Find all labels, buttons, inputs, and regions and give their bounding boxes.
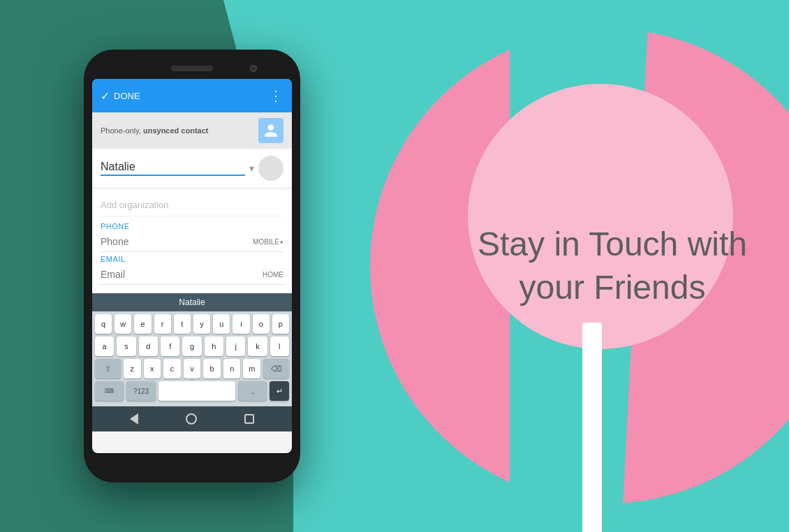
phone-row: MOBILE ▸	[101, 232, 283, 252]
sync-text: Phone-only, unsynced contact	[101, 126, 208, 135]
key-u[interactable]: u	[213, 314, 230, 334]
add-org-label: Add organization	[101, 200, 169, 210]
app-toolbar: ✓ DONE ⋮	[92, 79, 292, 112]
key-z[interactable]: z	[124, 359, 141, 378]
phone-camera	[250, 65, 257, 72]
phone-speaker	[171, 66, 213, 71]
delete-key[interactable]: ⌫	[263, 359, 289, 378]
phone-top-bar	[92, 58, 292, 79]
check-icon: ✓	[101, 89, 110, 103]
key-o[interactable]: o	[253, 314, 270, 334]
email-row: HOME	[101, 265, 283, 285]
key-g[interactable]: g	[182, 337, 201, 356]
numbers-key[interactable]: ?123	[126, 381, 155, 401]
key-s[interactable]: s	[117, 337, 135, 356]
sync-bar: Phone-only, unsynced contact	[92, 112, 292, 149]
contact-avatar-icon	[258, 118, 283, 143]
keyboard: q w e r t y u i o p a s d f g	[92, 311, 292, 406]
key-e[interactable]: e	[134, 314, 151, 334]
shift-key[interactable]: ⇧	[95, 359, 121, 378]
key-r[interactable]: r	[154, 314, 171, 334]
more-button[interactable]: ⋮	[269, 87, 283, 104]
key-a[interactable]: a	[95, 337, 114, 356]
keyboard-row-2: a s d f g h j k l	[95, 337, 289, 356]
keyboard-row-4: ⌨ ?123 ., ↵	[95, 381, 289, 401]
period-comma-key[interactable]: .,	[238, 381, 267, 401]
key-t[interactable]: t	[174, 314, 191, 334]
key-i[interactable]: i	[233, 314, 249, 334]
key-j[interactable]: j	[226, 337, 245, 356]
avatar-placeholder	[258, 156, 283, 181]
keyboard-suggestion-bar: Natalie	[92, 293, 292, 311]
phone-bottom-bar	[92, 453, 292, 474]
nav-bar	[92, 406, 292, 431]
back-button[interactable]	[130, 413, 138, 424]
phone-type-arrow: ▸	[281, 239, 283, 245]
contact-name-input[interactable]	[101, 161, 245, 176]
headline: Stay in Touch with your Friends	[478, 223, 747, 310]
email-type-label: HOME	[263, 271, 283, 279]
key-f[interactable]: f	[161, 337, 179, 356]
key-x[interactable]: x	[144, 359, 161, 378]
phone-type[interactable]: MOBILE ▸	[253, 238, 283, 246]
key-h[interactable]: h	[205, 337, 223, 356]
done-button[interactable]: ✓ DONE	[101, 89, 140, 103]
phone-section: PHONE MOBILE ▸	[101, 222, 283, 252]
space-key[interactable]	[158, 381, 235, 401]
email-label: EMAIL	[101, 255, 283, 263]
phone-type-label: MOBILE	[253, 238, 279, 246]
keyboard-row-3: ⇧ z x c v b n m ⌫	[95, 359, 289, 378]
key-n[interactable]: n	[223, 359, 241, 378]
email-input[interactable]	[101, 269, 263, 280]
key-b[interactable]: b	[203, 359, 221, 378]
form-section: Add organization PHONE MOBILE ▸ EMA	[92, 189, 292, 293]
key-y[interactable]: y	[193, 314, 210, 334]
keyboard-row-1: q w e r t y u i o p	[95, 314, 289, 334]
key-q[interactable]: q	[95, 314, 112, 334]
key-k[interactable]: k	[248, 337, 267, 356]
key-p[interactable]: p	[272, 314, 289, 334]
email-type[interactable]: HOME	[263, 271, 283, 279]
keyboard-icon-key[interactable]: ⌨	[95, 381, 124, 401]
phone-input[interactable]	[101, 236, 253, 247]
bg-white-stick	[582, 323, 602, 532]
key-w[interactable]: w	[115, 314, 131, 334]
key-m[interactable]: m	[243, 359, 260, 378]
right-section: Stay in Touch with your Friends	[478, 223, 747, 310]
phone-label: PHONE	[101, 222, 283, 230]
phone-body: ✓ DONE ⋮ Phone-only, unsynced contact ▾	[84, 50, 300, 482]
recent-apps-button[interactable]	[244, 414, 254, 424]
done-label: DONE	[114, 91, 140, 101]
key-d[interactable]: d	[139, 337, 158, 356]
phone-device: ✓ DONE ⋮ Phone-only, unsynced contact ▾	[84, 50, 300, 482]
contact-name-section: ▾	[92, 149, 292, 189]
add-organization-field[interactable]: Add organization	[101, 194, 283, 216]
email-section: EMAIL HOME	[101, 255, 283, 285]
home-button[interactable]	[186, 413, 197, 424]
key-c[interactable]: c	[163, 359, 181, 378]
name-dropdown-icon[interactable]: ▾	[249, 163, 254, 174]
enter-key[interactable]: ↵	[270, 381, 289, 401]
headline-line1: Stay in Touch with	[478, 226, 747, 263]
key-l[interactable]: l	[270, 337, 289, 356]
phone-screen: ✓ DONE ⋮ Phone-only, unsynced contact ▾	[92, 79, 292, 453]
keyboard-suggestion-text: Natalie	[179, 297, 205, 307]
headline-line2: your Friends	[519, 269, 706, 306]
key-v[interactable]: v	[184, 359, 201, 378]
